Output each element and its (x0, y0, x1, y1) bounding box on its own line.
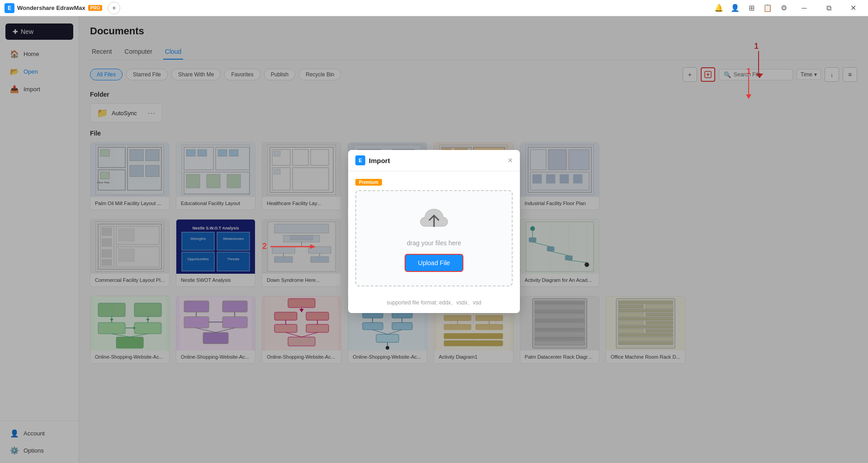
drop-text: drag your files here (365, 239, 503, 247)
clipboard-icon[interactable]: 📋 (761, 2, 774, 14)
premium-badge: Premium (355, 179, 382, 186)
modal-overlay: E Import × Premium drag your files here … (0, 0, 868, 463)
logo-icon: E (5, 3, 14, 13)
close-button[interactable]: ✕ (843, 1, 863, 15)
app-logo: E Wondershare EdrawMax PRO (5, 3, 102, 13)
drop-zone[interactable]: drag your files here Upload File (355, 190, 513, 286)
modal-footer: supported file format: eddx、vsdx、vsd (348, 299, 520, 313)
restore-button[interactable]: ⧉ (818, 1, 839, 15)
modal-title-icon: E (355, 155, 365, 165)
upload-file-button[interactable]: Upload File (405, 254, 464, 272)
svg-marker-218 (310, 244, 316, 249)
modal-body: Premium drag your files here Upload File (348, 171, 520, 299)
minimize-button[interactable]: ─ (794, 1, 815, 15)
annotation-2-label: 2 (262, 242, 267, 251)
pro-badge: PRO (88, 5, 103, 11)
supported-formats-text: supported file format: eddx、vsdx、vsd (387, 299, 481, 306)
import-modal: E Import × Premium drag your files here … (348, 150, 520, 313)
titlebar: E Wondershare EdrawMax PRO + 🔔 👤 ⊞ 📋 ⚙ ─… (0, 0, 868, 16)
modal-title: E Import (355, 155, 390, 165)
notification-icon[interactable]: 🔔 (712, 2, 725, 14)
modal-title-text: Import (369, 157, 390, 164)
apps-icon[interactable]: ⊞ (745, 2, 758, 14)
new-tab-button[interactable]: + (108, 2, 120, 14)
app-name: Wondershare EdrawMax (17, 5, 85, 11)
modal-header: E Import × (348, 150, 520, 171)
titlebar-controls: 🔔 👤 ⊞ 📋 ⚙ ─ ⧉ ✕ (712, 1, 863, 15)
user-icon[interactable]: 👤 (729, 2, 741, 14)
modal-close-button[interactable]: × (508, 156, 513, 164)
settings-icon[interactable]: ⚙ (778, 2, 790, 14)
cloud-upload-icon (365, 205, 503, 235)
